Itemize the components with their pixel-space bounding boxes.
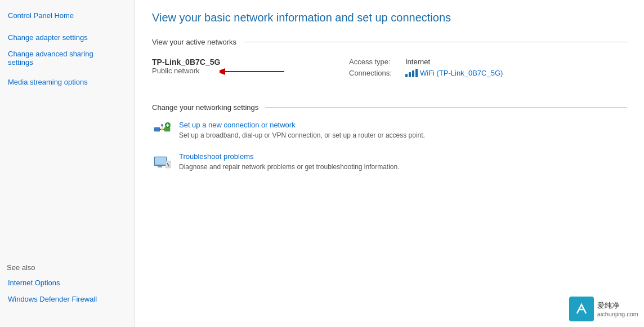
access-type-label: Access type: <box>349 58 405 66</box>
watermark-logo <box>569 297 594 321</box>
sidebar: Control Panel Home Change adapter settin… <box>0 0 135 327</box>
sidebar-item-media-streaming[interactable]: Media streaming options <box>7 76 128 89</box>
svg-rect-2 <box>154 127 160 131</box>
sidebar-top: Control Panel Home Change adapter settin… <box>0 9 135 92</box>
sidebar-item-internet-options[interactable]: Internet Options <box>7 276 128 289</box>
wifi-bar-1 <box>405 74 408 77</box>
network-info-col: Access type: Internet Connections: <box>349 58 627 79</box>
active-networks-header: View your active networks <box>152 38 627 46</box>
new-connection-icon <box>152 121 172 141</box>
access-type-row: Access type: Internet <box>349 58 627 66</box>
networking-settings-section: Change your networking settings <box>152 103 627 173</box>
change-advanced-sharing-label: Change advanced sharing settings <box>8 50 93 67</box>
new-connection-desc: Set up a broadband, dial-up or VPN conne… <box>179 131 627 140</box>
svg-rect-13 <box>158 166 162 167</box>
watermark-url: aichunjing.com <box>597 311 638 317</box>
active-networks-label: View your active networks <box>152 38 236 46</box>
watermark-chinese: 爱纯净 <box>597 301 638 311</box>
networks-table: TP-Link_0B7C_5G Public network Access ty… <box>152 55 627 86</box>
networking-settings-label: Change your networking settings <box>152 103 258 112</box>
action-item-new-connection: Set up a new connection or network Set u… <box>152 121 627 141</box>
watermark: 爱纯净 aichunjing.com <box>569 297 638 321</box>
access-type-value: Internet <box>405 58 430 66</box>
new-connection-text: Set up a new connection or network Set u… <box>179 121 627 140</box>
troubleshoot-text: Troubleshoot problems Diagnose and repai… <box>179 152 627 172</box>
svg-rect-3 <box>164 127 170 131</box>
connections-row: Connections: WiFi (TP-Link_0B7C_5G) <box>349 68 627 77</box>
network-type: Public network <box>152 67 349 75</box>
sidebar-item-control-panel-home[interactable]: Control Panel Home <box>7 9 128 22</box>
troubleshoot-desc: Diagnose and repair network problems or … <box>179 162 627 172</box>
watermark-text: 爱纯净 aichunjing.com <box>597 301 638 317</box>
wifi-bar-4 <box>415 69 418 77</box>
sidebar-item-windows-defender[interactable]: Windows Defender Firewall <box>7 293 128 306</box>
networking-settings-header: Change your networking settings <box>152 103 627 112</box>
network-row: TP-Link_0B7C_5G Public network Access ty… <box>152 55 627 86</box>
svg-point-5 <box>161 129 163 131</box>
svg-rect-12 <box>155 157 166 165</box>
troubleshoot-icon <box>152 152 172 173</box>
connections-label: Connections: <box>349 69 405 77</box>
wifi-bars <box>405 69 418 77</box>
page-title: View your basic network information and … <box>152 11 627 24</box>
see-also-label: See also <box>7 263 128 272</box>
action-items: Set up a new connection or network Set u… <box>152 121 627 173</box>
connections-value[interactable]: WiFi (TP-Link_0B7C_5G) <box>420 69 503 77</box>
wifi-bar-3 <box>412 70 414 77</box>
sidebar-item-change-adapter[interactable]: Change adapter settings <box>7 31 128 44</box>
new-connection-link[interactable]: Set up a new connection or network <box>179 121 296 129</box>
wifi-signal-icon <box>405 68 420 77</box>
wifi-bar-2 <box>409 72 411 77</box>
svg-point-7 <box>161 124 163 126</box>
network-name: TP-Link_0B7C_5G <box>152 58 349 67</box>
sidebar-bottom: See also Internet Options Windows Defend… <box>0 263 135 309</box>
action-item-troubleshoot: Troubleshoot problems Diagnose and repai… <box>152 152 627 173</box>
section-divider-2 <box>265 107 627 108</box>
section-divider-1 <box>243 42 627 42</box>
troubleshoot-link[interactable]: Troubleshoot problems <box>179 152 253 161</box>
sidebar-item-change-advanced-sharing[interactable]: Change advanced sharing settings <box>7 47 108 69</box>
main-content: View your basic network information and … <box>135 0 644 327</box>
network-name-col: TP-Link_0B7C_5G Public network <box>152 58 349 75</box>
